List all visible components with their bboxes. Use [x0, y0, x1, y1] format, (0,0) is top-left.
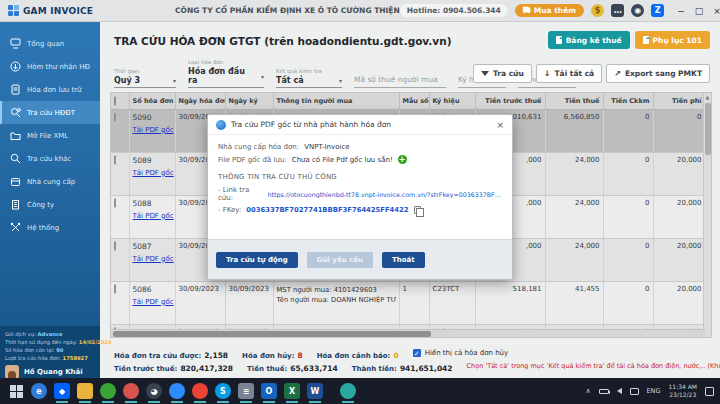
- sidebar-item[interactable]: Tổng quan: [0, 32, 100, 55]
- column-header[interactable]: Ngày ký: [225, 93, 273, 109]
- select-all-checkbox[interactable]: [114, 96, 116, 106]
- horizontal-scrollbar[interactable]: [111, 329, 705, 337]
- row-checkbox[interactable]: [114, 155, 116, 165]
- column-header[interactable]: Ký hiệu: [429, 93, 475, 109]
- file-explorer-icon[interactable]: [77, 383, 93, 399]
- row-checkbox[interactable]: [114, 198, 116, 208]
- database-icon[interactable]: ≡: [238, 383, 254, 399]
- sidebar-item[interactable]: Hòm thư nhận HĐ: [0, 55, 100, 78]
- saved-pdf-label: File PDF gốc đã lưu:: [218, 156, 287, 164]
- download-all-button[interactable]: ↓Tải tất cả: [536, 64, 602, 83]
- exit-button[interactable]: Thoát: [382, 252, 425, 268]
- lookup-link[interactable]: https://otocuongthienbd-tt78.vnpt-invoic…: [268, 191, 502, 198]
- sidebar-item[interactable]: Tra cứu HĐĐT: [0, 101, 100, 124]
- row-checkbox-cell: [111, 281, 129, 324]
- notification-center-icon[interactable]: [705, 387, 714, 396]
- sidebar-item[interactable]: Công ty: [0, 193, 100, 216]
- clock[interactable]: 11:34 AM 23/12/23: [669, 383, 697, 399]
- remaining-value: 90: [56, 347, 63, 353]
- row-checkbox[interactable]: [114, 241, 116, 251]
- volume-icon[interactable]: [617, 388, 622, 394]
- buy-more-button[interactable]: ⛟Mua thêm: [515, 4, 584, 17]
- appendix-101-button[interactable]: Phụ lục 101: [635, 31, 710, 49]
- chevron-down-icon: ▾: [339, 77, 342, 84]
- pre-tax-total-value: 820,417,328: [180, 364, 233, 373]
- discount-cell: 0: [603, 152, 653, 195]
- chevron-down-icon: ▾: [173, 77, 176, 84]
- dialog-close-icon[interactable]: ×: [496, 120, 504, 130]
- sidebar-item[interactable]: Tra cứu khác: [0, 147, 100, 170]
- row-checkbox[interactable]: [114, 284, 116, 294]
- check-result-select[interactable]: Tất cả▾: [276, 76, 342, 88]
- tax-cell: 6,560,850: [545, 109, 603, 152]
- column-header[interactable]: Thông tin người mua: [273, 93, 399, 109]
- word-icon[interactable]: W: [307, 383, 323, 399]
- sidebar-item-label: Hòm thư nhận HĐ: [27, 63, 90, 71]
- sidebar-item[interactable]: Hóa đơn lưu trữ: [0, 78, 100, 101]
- zoom-icon[interactable]: [169, 383, 185, 399]
- download-pdf-link[interactable]: Tải PDF gốc: [133, 169, 172, 177]
- download-pdf-link[interactable]: Tải PDF gốc: [133, 298, 172, 306]
- app-logo-text: GAM INVOICE: [23, 6, 93, 16]
- table-row[interactable]: 5086Tải PDF gốc30/09/202330/09/2023MST n…: [111, 281, 705, 324]
- battery-icon[interactable]: [599, 389, 609, 394]
- invoice-number-cell: 5088Tải PDF gốc: [129, 195, 175, 238]
- recorder-icon[interactable]: [100, 383, 116, 399]
- gam-app-icon[interactable]: [340, 383, 356, 399]
- search-button[interactable]: Tra cứu: [473, 64, 532, 83]
- auto-lookup-button[interactable]: Tra cứu tự động: [216, 252, 298, 268]
- outlook-icon[interactable]: O: [261, 383, 277, 399]
- close-button[interactable]: ×: [713, 6, 720, 16]
- buyer-tax-code-input[interactable]: [354, 75, 446, 88]
- column-header[interactable]: Tiền phí: [653, 93, 705, 109]
- edge-browser-icon[interactable]: e: [31, 383, 47, 399]
- dropbox-icon[interactable]: ◆: [54, 383, 70, 399]
- sidebar-item-label: Tra cứu khác: [27, 155, 71, 163]
- sidebar-item[interactable]: Hệ thống: [0, 216, 100, 239]
- copy-icon[interactable]: [414, 206, 421, 214]
- excel-icon[interactable]: X: [284, 383, 300, 399]
- download-pdf-link[interactable]: Tải PDF gốc: [133, 126, 172, 134]
- skype-icon[interactable]: S: [215, 383, 231, 399]
- fee-cell: 20,000: [653, 195, 705, 238]
- support-icon[interactable]: ◉: [631, 4, 644, 17]
- maximize-button[interactable]: □: [695, 6, 704, 16]
- row-checkbox[interactable]: [114, 112, 116, 122]
- sidebar-item[interactable]: Mở File XML: [0, 124, 100, 147]
- column-header[interactable]: Tiền Ckkm: [603, 93, 653, 109]
- download-pdf-link[interactable]: Tải PDF gốc: [133, 255, 172, 263]
- photos-icon[interactable]: [123, 383, 139, 399]
- add-icon[interactable]: +: [398, 155, 407, 164]
- column-header[interactable]: Số hóa đơn: [129, 93, 175, 109]
- download-pdf-link[interactable]: Tải PDF gốc: [133, 212, 172, 220]
- saved-pdf-value: Chưa có File Pdf gốc lưu sẵn!: [292, 156, 393, 164]
- zalo-icon[interactable]: Z: [651, 4, 664, 17]
- chrome-icon[interactable]: [192, 383, 208, 399]
- hotline-label: Hotline: 0904.506.344: [400, 4, 508, 17]
- time-period-select[interactable]: Quý 3▾: [114, 76, 176, 88]
- tax-sheet-button[interactable]: Bảng kê thuế: [548, 31, 630, 49]
- column-header[interactable]: Tiền thuế: [545, 93, 603, 109]
- money-icon[interactable]: $: [591, 4, 604, 17]
- column-header[interactable]: Mẫu số: [399, 93, 429, 109]
- export-pmkt-button[interactable]: ↗Export sang PMKT: [606, 64, 710, 83]
- chat-icon[interactable]: …: [611, 4, 624, 17]
- row-checkbox-cell: [111, 195, 129, 238]
- pie-chart-icon[interactable]: ◕: [146, 383, 162, 399]
- windows-start-button[interactable]: [8, 383, 24, 399]
- tray-expand-icon[interactable]: ∧: [585, 387, 590, 395]
- invoice-number: 5087: [133, 242, 172, 251]
- subscription-panel: Gói dịch vụ: Advance Thời hạn sử dụng đế…: [0, 326, 100, 378]
- row-checkbox-cell: [111, 152, 129, 195]
- dashboard-icon: [9, 38, 21, 50]
- minimize-button[interactable]: −: [677, 6, 685, 16]
- column-header[interactable]: Ngày hóa đơn: [175, 93, 225, 109]
- column-header[interactable]: Tiền trước thuế: [475, 93, 545, 109]
- sidebar-item[interactable]: Nhà cung cấp: [0, 170, 100, 193]
- user-name: Hồ Quang Khải: [24, 368, 83, 376]
- network-icon[interactable]: [630, 388, 639, 395]
- vertical-scrollbar[interactable]: ▲: [703, 93, 711, 337]
- sidebar-item-label: Công ty: [27, 201, 54, 209]
- language-indicator[interactable]: ENG: [647, 387, 661, 395]
- invoice-type-select[interactable]: Hóa đơn đầu ra▾: [188, 67, 264, 88]
